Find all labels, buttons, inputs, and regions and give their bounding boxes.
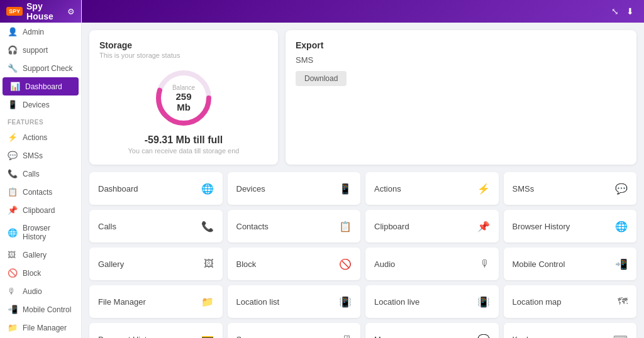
export-title: Export <box>296 40 626 50</box>
sidebar-label-block: Block <box>23 269 41 278</box>
feature-card-smss[interactable]: SMSs 💬 <box>504 172 637 205</box>
expand-icon[interactable]: ⤡ <box>611 6 619 16</box>
sidebar-label-calls: Calls <box>23 170 40 178</box>
sidebar-label-actions: Actions <box>23 133 47 142</box>
feature-icon-payment-history: 💳 <box>201 334 214 339</box>
feature-icon-location-list: 📳 <box>339 296 352 308</box>
sidebar-logo: SPY <box>6 7 23 16</box>
feature-card-dashboard[interactable]: Dashboard 🌐 <box>89 172 223 205</box>
export-card: Export SMS Download <box>286 30 636 165</box>
sidebar-label-admin: Admin <box>23 28 44 36</box>
feature-icon-file-manager: 📁 <box>201 296 214 308</box>
storage-subtitle: This is your storage status <box>99 52 268 59</box>
browser-history-icon: 🌐 <box>8 228 18 237</box>
download-icon[interactable]: ⬇ <box>626 6 634 16</box>
feature-card-actions[interactable]: Actions ⚡ <box>365 172 499 205</box>
feature-card-block[interactable]: Block 🚫 <box>228 248 361 280</box>
sidebar: SPY Spy House ⚙ 👤 Admin 🎧 support 🔧 Supp… <box>0 0 82 338</box>
sidebar-label-support-check: Support Check <box>23 64 72 73</box>
sidebar-item-dashboard[interactable]: 📊 Dashboard <box>3 77 79 95</box>
feature-card-location-list[interactable]: Location list 📳 <box>228 285 361 318</box>
dashboard-icon: 📊 <box>10 82 20 91</box>
feature-card-gallery[interactable]: Gallery 🖼 <box>89 248 223 280</box>
feature-icon-location-map: 🗺 <box>618 296 628 307</box>
cards-row: Storage This is your storage status Bala… <box>89 30 636 165</box>
topbar: ⤡ ⬇ <box>82 0 644 23</box>
feature-card-mobile-control[interactable]: Mobile Control 📲 <box>504 248 637 280</box>
feature-icon-browser-history: 🌐 <box>615 221 628 232</box>
sidebar-item-gallery[interactable]: 🖼 Gallery <box>0 246 81 264</box>
feature-card-location-live[interactable]: Location live 📳 <box>365 285 499 318</box>
sidebar-label-devices: Devices <box>23 101 50 109</box>
feature-icon-mobile-control: 📲 <box>615 258 628 270</box>
donut-label: Balance <box>168 84 199 91</box>
storage-title: Storage <box>99 40 268 50</box>
download-button[interactable]: Download <box>296 71 347 86</box>
sidebar-item-admin[interactable]: 👤 Admin <box>0 23 81 41</box>
content-area: Storage This is your storage status Bala… <box>82 23 644 338</box>
sidebar-label-gallery: Gallery <box>23 251 47 259</box>
feature-card-keylogger[interactable]: Keylogger ⌨ <box>504 323 637 338</box>
feature-icon-screen: 🖥 <box>341 334 352 338</box>
sidebar-label-mobile-control: Mobile Control <box>23 305 71 314</box>
sidebar-item-calls[interactable]: 📞 Calls <box>0 165 81 183</box>
sidebar-item-support-check[interactable]: 🔧 Support Check <box>0 59 81 77</box>
sidebar-title: Spy House <box>26 1 64 21</box>
sidebar-item-actions[interactable]: ⚡ Actions <box>0 128 81 146</box>
sidebar-item-block[interactable]: 🚫 Block <box>0 264 81 282</box>
feature-card-browser-history[interactable]: Browser History 🌐 <box>504 210 637 243</box>
sidebar-item-smss[interactable]: 💬 SMSs <box>0 146 81 165</box>
sidebar-header: SPY Spy House ⚙ <box>0 0 81 23</box>
feature-card-audio[interactable]: Audio 🎙 <box>365 248 499 280</box>
calls-icon: 📞 <box>8 169 18 178</box>
sidebar-item-devices[interactable]: 📱 Devices <box>0 95 81 114</box>
feature-card-contacts[interactable]: Contacts 📋 <box>228 210 361 243</box>
storage-note: You can receive data till storage end <box>99 147 268 155</box>
sidebar-item-contacts[interactable]: 📋 Contacts <box>0 183 81 201</box>
feature-card-devices[interactable]: Devices 📱 <box>228 172 361 205</box>
audio-icon: 🎙 <box>8 286 18 296</box>
feature-card-screen[interactable]: Screen 🖥 <box>228 323 361 338</box>
support-icon: 🎧 <box>8 45 18 55</box>
block-icon: 🚫 <box>8 268 18 278</box>
feature-icon-clipboard: 📌 <box>477 221 490 232</box>
feature-icon-actions: ⚡ <box>477 183 490 195</box>
feature-card-payment-history[interactable]: Payment History 💳 <box>89 323 223 338</box>
sidebar-item-support[interactable]: 🎧 support <box>0 41 81 59</box>
devices-icon: 📱 <box>8 100 18 109</box>
feature-icon-audio: 🎙 <box>480 258 490 270</box>
storage-card: Storage This is your storage status Bala… <box>89 30 278 165</box>
features-label: FEATURES <box>0 114 81 128</box>
donut-value: 259 Mb <box>168 91 199 112</box>
feature-card-calls[interactable]: Calls 📞 <box>89 210 223 243</box>
donut-container: Balance 259 Mb <box>152 67 215 129</box>
sidebar-label-audio: Audio <box>23 287 42 296</box>
feature-card-location-map[interactable]: Location map 🗺 <box>504 285 637 318</box>
sidebar-item-browser-history[interactable]: 🌐 Browser History <box>0 219 81 246</box>
settings-icon[interactable]: ⚙ <box>67 7 75 16</box>
admin-icon: 👤 <box>8 27 18 36</box>
sidebar-label-dashboard: Dashboard <box>25 82 62 91</box>
donut-center: Balance 259 Mb <box>168 84 199 112</box>
feature-card-file-manager[interactable]: File Manager 📁 <box>89 285 223 318</box>
sidebar-item-mobile-control[interactable]: 📲 Mobile Control <box>0 300 81 319</box>
sidebar-label-contacts: Contacts <box>23 188 52 197</box>
mobile-control-icon: 📲 <box>8 305 18 314</box>
clipboard-icon: 📌 <box>8 205 18 215</box>
feature-icon-smss: 💬 <box>615 183 628 195</box>
feature-icon-devices: 📱 <box>339 183 352 195</box>
sidebar-item-clipboard[interactable]: 📌 Clipboard <box>0 201 81 219</box>
gallery-icon: 🖼 <box>8 250 18 259</box>
sidebar-label-smss: SMSs <box>23 151 43 160</box>
sidebar-item-audio[interactable]: 🎙 Audio <box>0 282 81 300</box>
sidebar-item-file-manager[interactable]: 📁 File Manager <box>0 319 81 337</box>
feature-icon-location-live: 📳 <box>477 296 490 308</box>
export-sms-label: SMS <box>296 55 626 65</box>
feature-card-clipboard[interactable]: Clipboard 📌 <box>365 210 499 243</box>
feature-icon-messengers: 💬 <box>477 334 490 339</box>
main-content: ⤡ ⬇ Storage This is your storage status <box>82 0 644 338</box>
sidebar-label-clipboard: Clipboard <box>23 206 55 215</box>
contacts-icon: 📋 <box>8 187 18 197</box>
sidebar-label-file-manager: File Manager <box>23 324 67 332</box>
feature-card-messengers[interactable]: Messengers 💬 <box>365 323 499 338</box>
